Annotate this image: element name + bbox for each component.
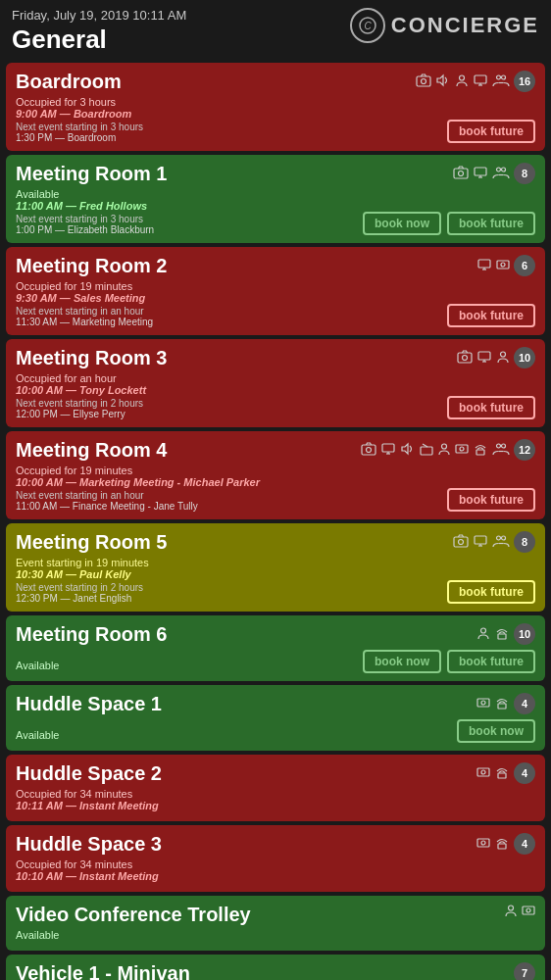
svg-point-37: [442, 444, 447, 449]
capacity-badge: 7: [514, 962, 535, 980]
room-top-row: Video Conference Trolley: [16, 904, 535, 926]
svg-point-17: [502, 168, 506, 172]
room-card-meeting-room-1: Meeting Room 1 8 Available11:00 AM — Fre…: [6, 155, 545, 243]
room-card-meeting-room-5: Meeting Room 5 8 Event starting in 19 mi…: [6, 523, 545, 612]
next-event-label: Next event starting in 2 hours: [16, 582, 143, 593]
svg-rect-54: [498, 704, 506, 709]
room-status-area: Occupied for 34 minutes10:10 AM — Instan…: [16, 858, 159, 884]
room-status: Occupied for 19 minutes: [16, 465, 260, 476]
book-now-button[interactable]: book now: [363, 650, 441, 673]
room-name: Video Conference Trolley: [16, 904, 251, 926]
next-event-label: Next event starting in 3 hours: [16, 214, 154, 224]
next-event-value: 11:30 AM — Marketing Meeting: [16, 317, 153, 327]
svg-point-24: [463, 355, 468, 360]
next-event-info: Next event starting in 2 hours 12:00 PM …: [16, 398, 143, 419]
room-icon: [494, 626, 510, 643]
room-name-area: Huddle Space 3: [16, 833, 162, 856]
room-buttons: book future: [447, 580, 535, 604]
room-status-area: Occupied for an hour10:00 AM — Tony Lock…: [16, 371, 146, 419]
room-icon: [361, 442, 376, 459]
room-status: Occupied for 34 minutes: [16, 858, 159, 870]
book-now-button[interactable]: book now: [457, 719, 535, 743]
room-name-area: Huddle Space 2: [16, 762, 162, 785]
room-current-event: 9:30 AM — Sales Meeting: [16, 292, 153, 304]
capacity-badge: 8: [514, 531, 535, 553]
svg-rect-52: [477, 699, 489, 707]
svg-point-5: [460, 75, 465, 80]
next-event-info: Next event starting in 3 hours 1:30 PM —…: [16, 122, 143, 143]
capacity-badge: 4: [514, 693, 535, 714]
room-name: Huddle Space 2: [16, 762, 162, 785]
svg-rect-60: [498, 844, 506, 849]
svg-point-48: [497, 536, 501, 540]
room-name-area: Meeting Room 2: [16, 255, 167, 277]
room-status-area: Available: [16, 659, 59, 673]
svg-point-16: [497, 168, 501, 172]
room-name-area: Boardroom: [16, 71, 122, 93]
svg-rect-18: [478, 260, 490, 268]
room-actions: book now: [457, 717, 535, 743]
book-future-button[interactable]: book future: [447, 580, 535, 604]
room-name: Meeting Room 5: [16, 531, 167, 554]
room-status: Occupied for 3 hours: [16, 96, 143, 108]
room-icon: [455, 442, 469, 459]
room-top-row: Meeting Room 1 8: [16, 163, 535, 185]
room-icon: [473, 74, 488, 90]
svg-rect-35: [421, 447, 432, 455]
book-future-button[interactable]: book future: [447, 120, 535, 143]
room-name: Huddle Space 3: [16, 833, 162, 856]
room-icon: [476, 350, 492, 367]
svg-rect-21: [497, 261, 509, 269]
room-buttons: book future: [447, 488, 535, 512]
header-left: Friday, July 19, 2019 10:11 AM General: [12, 8, 186, 55]
svg-rect-58: [477, 839, 489, 847]
room-icon: [457, 350, 473, 367]
room-icon: [476, 765, 490, 782]
book-future-button[interactable]: book future: [447, 304, 535, 327]
room-top-row: Meeting Room 5 8: [16, 531, 535, 554]
room-buttons: book now: [457, 719, 535, 743]
svg-rect-29: [362, 445, 376, 455]
room-status: Occupied for 19 minutes: [16, 280, 153, 292]
room-top-row: Meeting Room 2 6: [16, 255, 535, 277]
room-current-event: 9:00 AM — Boardroom: [16, 108, 143, 120]
room-icon: [504, 904, 518, 920]
capacity-badge: 10: [514, 347, 535, 368]
book-future-button[interactable]: book future: [447, 650, 535, 673]
room-icons-area: 10: [476, 623, 535, 645]
room-icons-area: 10: [457, 347, 535, 368]
book-future-button[interactable]: book future: [447, 212, 535, 235]
next-event-label: Next event starting in an hour: [16, 490, 198, 501]
next-event-info: Next event starting in 2 hours 12:30 PM …: [16, 582, 143, 604]
room-icon: [400, 442, 416, 459]
svg-marker-34: [402, 444, 408, 454]
room-icon: [522, 904, 535, 920]
room-icon: [476, 258, 492, 274]
book-now-button[interactable]: book now: [363, 212, 441, 235]
svg-point-10: [502, 75, 506, 79]
next-event-info: Next event starting in 3 hours 1:00 PM —…: [16, 214, 154, 235]
book-future-button[interactable]: book future: [447, 396, 535, 419]
room-name: Meeting Room 4: [16, 439, 167, 462]
room-status: Available: [16, 729, 59, 741]
room-card-meeting-room-6: Meeting Room 6 10 Available book nowbook…: [6, 615, 545, 681]
svg-rect-62: [523, 906, 534, 914]
next-event-label: Next event starting in 2 hours: [16, 398, 143, 409]
room-status: Occupied for 34 minutes: [16, 788, 159, 800]
room-actions: book nowbook future: [363, 210, 535, 235]
room-icons-area: 8: [453, 531, 535, 553]
svg-point-63: [526, 908, 530, 912]
room-icon: [473, 166, 488, 182]
header-title: General: [12, 24, 186, 55]
room-name: Meeting Room 2: [16, 255, 167, 277]
room-icon: [492, 166, 510, 182]
room-buttons: book future: [447, 304, 535, 327]
room-current-event: 10:10 AM — Instant Meeting: [16, 870, 159, 882]
book-future-button[interactable]: book future: [447, 488, 535, 512]
room-icon: [455, 74, 469, 90]
room-status-area: Available: [16, 728, 59, 743]
room-name: Vehicle 1 - Minivan: [16, 962, 190, 980]
room-icon: [492, 74, 510, 90]
room-icons-area: 4: [476, 693, 535, 714]
capacity-badge: 16: [514, 71, 535, 92]
